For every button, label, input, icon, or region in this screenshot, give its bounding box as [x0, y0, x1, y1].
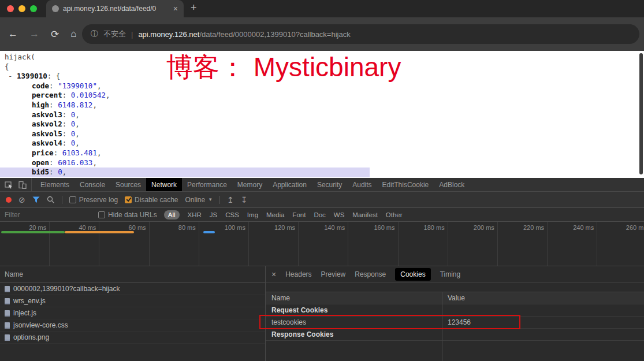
filter-pill-manifest[interactable]: Manifest	[352, 211, 377, 218]
request-row[interactable]: wrs_env.js	[0, 295, 265, 307]
checkbox-icon[interactable]	[69, 196, 76, 203]
devtools-panel-tabs: ElementsConsoleSourcesNetworkPerformance…	[35, 178, 470, 191]
disable-cache-checkbox[interactable]: Disable cache	[125, 196, 178, 204]
timeline-bar	[65, 231, 134, 233]
request-row[interactable]: jsonview-core.css	[0, 319, 265, 332]
filter-icon[interactable]	[32, 196, 40, 203]
back-icon[interactable]: ←	[8, 28, 18, 40]
cookie-row[interactable]: testcookies123456	[266, 317, 644, 329]
device-toolbar-icon[interactable]	[18, 181, 27, 189]
tab-favicon-icon	[52, 5, 59, 12]
devtools-tab-network[interactable]: Network	[146, 178, 182, 191]
filter-pill-doc[interactable]: Doc	[314, 211, 325, 218]
detail-tab-timing[interactable]: Timing	[440, 270, 461, 278]
checkbox-checked-icon[interactable]	[125, 196, 132, 203]
filter-pills: AllXHRJSCSSImgMediaFontDocWSManifestOthe…	[164, 210, 403, 219]
filter-pill-media[interactable]: Media	[266, 211, 284, 218]
preserve-log-checkbox[interactable]: Preserve log	[69, 196, 118, 204]
inspect-element-icon[interactable]	[5, 181, 13, 189]
detail-tab-cookies[interactable]: Cookies	[395, 268, 430, 281]
record-icon[interactable]	[6, 197, 12, 203]
tab-close-icon[interactable]: ×	[173, 5, 178, 13]
export-har-icon[interactable]: ↧	[241, 196, 248, 204]
json-key: percent	[32, 91, 62, 99]
cookies-name-header[interactable]: Name	[266, 292, 442, 304]
devtools-tab-editthiscookie[interactable]: EditThisCookie	[377, 178, 434, 191]
timeline-label: 140 ms	[299, 222, 348, 266]
json-line: open: 6016.033,	[0, 158, 644, 168]
request-row[interactable]: options.png	[0, 332, 265, 344]
json-key: askvol5	[32, 129, 62, 138]
timeline-label: 20 ms	[0, 222, 50, 266]
timeline-label: 260 m	[597, 222, 644, 266]
detail-tab-preview[interactable]: Preview	[321, 270, 346, 278]
home-icon[interactable]: ⌂	[70, 28, 76, 40]
cookie-value: 123456	[442, 317, 644, 328]
browser-tab[interactable]: api.money.126.net/data/feed/0 ×	[46, 0, 184, 17]
filter-pill-font[interactable]: Font	[292, 211, 306, 218]
filter-input[interactable]	[5, 211, 91, 219]
devtools-tab-performance[interactable]: Performance	[182, 178, 232, 191]
throttling-label: Online	[185, 196, 205, 204]
detail-tab-headers[interactable]: Headers	[285, 270, 311, 278]
filter-pill-js[interactable]: JS	[210, 211, 217, 218]
detail-tab-response[interactable]: Response	[355, 270, 386, 278]
address-bar[interactable]: ⓘ 不安全 | api.money.126.net/data/feed/0000…	[82, 24, 639, 44]
chevron-down-icon: ▼	[208, 197, 213, 202]
cookie-name: Response Cookies	[266, 329, 442, 340]
collapse-marker[interactable]: -	[8, 72, 17, 80]
cookies-table-body: Request Cookiestestcookies123456Response…	[266, 304, 644, 341]
timeline-label: 80 ms	[150, 222, 199, 266]
devtools-tab-console[interactable]: Console	[75, 178, 110, 191]
clear-icon[interactable]: ⊘	[18, 196, 25, 204]
request-name: 0000002,1399010?callback=hijack	[13, 285, 120, 293]
zoom-window-button[interactable]	[30, 5, 37, 12]
checkbox-icon[interactable]	[98, 211, 105, 218]
search-icon[interactable]	[47, 196, 55, 204]
close-window-button[interactable]	[7, 5, 14, 12]
devtools-tab-application[interactable]: Application	[267, 178, 312, 191]
devtools-tab-audits[interactable]: Audits	[347, 178, 377, 191]
filter-pill-ws[interactable]: WS	[334, 211, 345, 218]
security-label: 不安全	[103, 29, 126, 39]
minimize-window-button[interactable]	[18, 5, 25, 12]
filter-pill-other[interactable]: Other	[386, 211, 403, 218]
filter-pill-css[interactable]: CSS	[225, 211, 239, 218]
timeline-bar	[203, 231, 215, 233]
devtools-tab-security[interactable]: Security	[312, 178, 347, 191]
import-har-icon[interactable]: ↥	[227, 196, 234, 204]
filter-pill-all[interactable]: All	[164, 210, 180, 219]
close-icon[interactable]: ×	[271, 270, 276, 279]
json-line: askvol2: 0,	[0, 120, 644, 129]
refresh-icon[interactable]: ⟳	[51, 28, 59, 40]
page-scrollbar[interactable]	[639, 53, 643, 174]
devtools-tab-sources[interactable]: Sources	[110, 178, 146, 191]
cookie-group-row[interactable]: Response Cookies	[266, 329, 644, 341]
json-line: askvol5: 0,	[0, 129, 644, 139]
filter-pill-xhr[interactable]: XHR	[188, 211, 202, 218]
url-host: api.money.126.net	[138, 30, 199, 39]
throttling-dropdown[interactable]: Online ▼	[185, 196, 213, 204]
file-icon	[5, 298, 10, 304]
preserve-log-label: Preserve log	[79, 196, 118, 204]
devtools-tab-memory[interactable]: Memory	[232, 178, 267, 191]
request-list-header[interactable]: Name	[0, 266, 265, 283]
cookies-value-header[interactable]: Value	[442, 292, 644, 304]
network-timeline[interactable]: 20 ms40 ms60 ms80 ms100 ms120 ms140 ms16…	[0, 222, 644, 266]
json-key: open	[32, 158, 49, 167]
new-tab-button[interactable]: +	[191, 2, 197, 14]
forward-icon[interactable]: →	[29, 28, 39, 40]
json-key: price	[32, 148, 54, 157]
hide-data-urls-checkbox[interactable]: Hide data URLs	[98, 211, 157, 219]
column-divider[interactable]	[442, 292, 442, 361]
request-name: inject.js	[13, 309, 36, 317]
devtools-tab-adblock[interactable]: AdBlock	[434, 178, 470, 191]
browser-titlebar: api.money.126.net/data/feed/0 × +	[0, 0, 644, 17]
devtools-tab-elements[interactable]: Elements	[35, 178, 75, 191]
filter-pill-img[interactable]: Img	[247, 211, 258, 218]
info-icon[interactable]: ⓘ	[91, 29, 98, 39]
request-name: wrs_env.js	[13, 297, 46, 305]
request-row[interactable]: 0000002,1399010?callback=hijack	[0, 283, 265, 295]
request-row[interactable]: inject.js	[0, 307, 265, 319]
cookie-group-row[interactable]: Request Cookies	[266, 304, 644, 317]
